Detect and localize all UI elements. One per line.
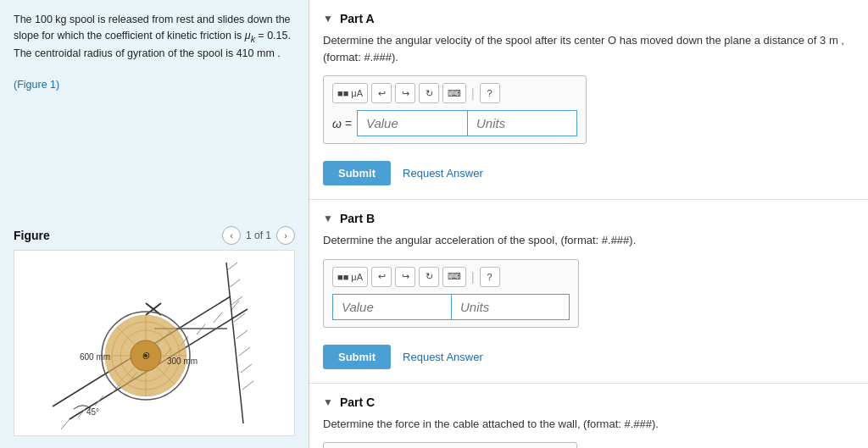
part-a-omega-label: ω =	[332, 117, 352, 130]
svg-line-13	[226, 263, 243, 423]
svg-text:45°: 45°	[86, 407, 99, 417]
svg-line-15	[229, 279, 240, 288]
left-panel: The 100 kg spool is released from rest a…	[0, 0, 309, 448]
part-b-request-answer-link[interactable]: Request Answer	[403, 351, 483, 363]
part-b-refresh-btn[interactable]: ↻	[419, 267, 439, 287]
svg-text:600 mm: 600 mm	[80, 352, 110, 362]
part-a-format-btn[interactable]: ■■ μΑ	[332, 83, 368, 103]
part-a-header: ▼ Part A	[323, 12, 851, 25]
part-b-action-row: Submit Request Answer	[323, 345, 851, 369]
part-b-label: Part B	[340, 212, 375, 225]
part-c-answer-box: ■■ μΑ ↩ ↪ ↻ ⌨ | ?	[323, 442, 577, 448]
part-a-help-btn[interactable]: ?	[480, 83, 500, 103]
part-c-label: Part C	[340, 395, 375, 409]
part-b-undo-btn[interactable]: ↩	[371, 267, 392, 287]
right-panel: ▼ Part A Determine the angular velocity …	[309, 0, 868, 448]
part-a-request-answer-link[interactable]: Request Answer	[403, 167, 483, 180]
part-b-section: ▼ Part B Determine the angular accelerat…	[309, 200, 868, 384]
part-b-divider: |	[471, 270, 475, 284]
part-a-value-input[interactable]	[357, 110, 467, 136]
part-b-units-input[interactable]	[451, 294, 570, 320]
part-b-redo-btn[interactable]: ↪	[395, 267, 415, 287]
part-a-units-input[interactable]	[467, 110, 577, 136]
part-c-question: Determine the force in the cable attache…	[323, 416, 851, 433]
part-a-action-row: Submit Request Answer	[323, 161, 851, 185]
part-a-question: Determine the angular velocity of the sp…	[323, 32, 851, 65]
part-b-header: ▼ Part B	[323, 212, 851, 225]
part-a-collapse-icon[interactable]: ▼	[323, 13, 333, 25]
problem-description: The 100 kg spool is released from rest a…	[14, 12, 295, 93]
part-b-input-row	[332, 294, 570, 320]
part-b-value-input[interactable]	[332, 294, 451, 320]
part-b-collapse-icon[interactable]: ▼	[323, 213, 333, 224]
figure-section: Figure ‹ 1 of 1 ›	[14, 226, 295, 436]
part-c-collapse-icon[interactable]: ▼	[323, 396, 333, 408]
spool-svg: O 600 mm 300 mm 45°	[36, 254, 273, 432]
svg-line-10	[197, 324, 205, 335]
part-a-toolbar: ■■ μΑ ↩ ↪ ↻ ⌨ | ?	[332, 83, 577, 103]
svg-line-19	[239, 347, 250, 356]
part-b-help-btn[interactable]: ?	[480, 267, 500, 287]
part-c-header: ▼ Part C	[323, 395, 851, 409]
part-a-divider: |	[471, 86, 475, 100]
svg-line-11	[214, 312, 222, 323]
part-a-section: ▼ Part A Determine the angular velocity …	[309, 0, 868, 200]
figure-header: Figure ‹ 1 of 1 ›	[14, 226, 295, 245]
svg-line-2	[61, 419, 70, 429]
part-b-format-btn[interactable]: ■■ μΑ	[332, 267, 368, 287]
part-b-question: Determine the angular acceleration of th…	[323, 232, 851, 249]
part-a-label: Part A	[340, 12, 375, 25]
figure-image: O 600 mm 300 mm 45°	[14, 250, 295, 436]
svg-point-39	[144, 354, 147, 357]
part-b-answer-box: ■■ μΑ ↩ ↪ ↻ ⌨ | ?	[323, 259, 579, 328]
part-a-refresh-btn[interactable]: ↻	[419, 83, 439, 103]
part-a-keyboard-btn[interactable]: ⌨	[442, 83, 466, 103]
svg-line-20	[241, 364, 252, 373]
part-a-redo-btn[interactable]: ↪	[395, 83, 415, 103]
figure-title: Figure	[14, 229, 50, 242]
figure-link[interactable]: (Figure 1)	[14, 79, 59, 91]
part-a-answer-box: ■■ μΑ ↩ ↪ ↻ ⌨ | ? ω =	[323, 75, 587, 144]
figure-nav: ‹ 1 of 1 ›	[222, 226, 295, 245]
figure-prev-button[interactable]: ‹	[222, 226, 241, 245]
part-a-submit-button[interactable]: Submit	[323, 161, 391, 185]
part-c-section: ▼ Part C Determine the force in the cabl…	[309, 384, 868, 449]
part-b-submit-button[interactable]: Submit	[323, 345, 391, 369]
svg-line-21	[242, 381, 253, 390]
figure-next-button[interactable]: ›	[276, 226, 295, 245]
svg-line-18	[236, 330, 248, 339]
part-a-input-row: ω =	[332, 110, 577, 136]
part-a-undo-btn[interactable]: ↩	[371, 83, 392, 103]
svg-line-14	[226, 263, 237, 271]
svg-text:300 mm: 300 mm	[167, 357, 198, 366]
problem-text-main: The 100 kg spool is released from rest a…	[14, 14, 291, 59]
part-b-toolbar: ■■ μΑ ↩ ↪ ↻ ⌨ | ?	[332, 267, 570, 287]
part-b-keyboard-btn[interactable]: ⌨	[442, 267, 466, 287]
figure-page-label: 1 of 1	[246, 230, 271, 241]
svg-line-4	[95, 395, 103, 406]
